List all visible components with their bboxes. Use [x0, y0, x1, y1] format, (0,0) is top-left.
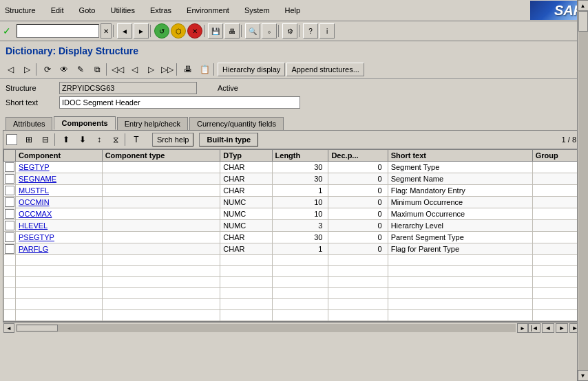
row-checkbox-4[interactable]: [5, 209, 14, 219]
filter-btn[interactable]: ⧖: [108, 132, 123, 147]
component-cell[interactable]: HLEVEL: [16, 220, 103, 232]
scroll-up-btn[interactable]: ▲: [578, 0, 589, 11]
page-title: Dictionary: Display Structure: [6, 45, 138, 56]
dtyp-cell: CHAR: [220, 162, 272, 173]
h-scroll-left-btn[interactable]: ◄: [3, 323, 14, 333]
length-cell: 10: [272, 208, 328, 220]
table-row: PARFLG CHAR 1 0 Flag for Parent Type: [4, 243, 585, 255]
menu-structure[interactable]: Structure: [3, 6, 38, 15]
scroll-thumb[interactable]: [578, 11, 588, 32]
display-btn[interactable]: 👁: [56, 62, 72, 77]
component-type-cell: [102, 208, 220, 220]
next-btn[interactable]: ▷▷: [160, 62, 175, 77]
srch-help-btn[interactable]: Srch help: [152, 133, 193, 146]
select-all-checkbox[interactable]: [6, 134, 17, 145]
nav-btn-3[interactable]: ✕: [187, 23, 202, 39]
tab-attributes[interactable]: Attributes: [6, 117, 52, 130]
tab-currency[interactable]: Currency/quantity fields: [189, 117, 284, 130]
component-cell[interactable]: SEGNAME: [16, 173, 103, 185]
col-header-component: [4, 150, 16, 162]
edit-icon-btn[interactable]: ✎: [73, 62, 88, 77]
nav-prev-btn[interactable]: ◄: [542, 323, 554, 333]
col-header-decp: Dec.p...: [328, 150, 388, 162]
component-cell[interactable]: PARFLG: [16, 243, 103, 255]
row-checkbox-2[interactable]: [5, 186, 14, 195]
shorttext-input[interactable]: [59, 96, 300, 109]
tab-components[interactable]: Components: [54, 116, 115, 130]
short-text-cell: Segment Type: [388, 162, 532, 173]
menu-environment[interactable]: Environment: [185, 6, 231, 15]
component-type-cell: [102, 173, 220, 185]
menu-utilities[interactable]: Utilities: [108, 6, 136, 15]
info-btn[interactable]: i: [319, 23, 335, 39]
save-btn[interactable]: 💾: [208, 23, 223, 39]
dtyp-cell: NUMC: [220, 220, 272, 232]
copy-btn[interactable]: ⧉: [90, 62, 105, 77]
nav-btn-2[interactable]: ⬡: [171, 23, 186, 39]
scroll-down-btn[interactable]: ▼: [578, 370, 589, 381]
prev1-btn[interactable]: ◁: [127, 62, 142, 77]
doc-btn[interactable]: 📋: [197, 62, 212, 77]
table-row: [4, 299, 585, 310]
nav-btn-1[interactable]: ↺: [154, 23, 169, 39]
move-up-btn[interactable]: ⬆: [59, 132, 74, 147]
insert-row-btn[interactable]: ⊞: [21, 132, 36, 147]
short-text-cell: Maximum Occurrence: [388, 208, 532, 220]
component-cell[interactable]: OCCMAX: [16, 208, 103, 220]
prev-btn[interactable]: ◁◁: [110, 62, 125, 77]
nav-next-btn[interactable]: ►: [556, 323, 568, 333]
table-row: OCCMIN NUMC 10 0 Minimum Occurrence: [4, 197, 585, 208]
menu-help[interactable]: Help: [283, 6, 303, 15]
component-type-cell: [102, 162, 220, 173]
move-down-btn[interactable]: ⬇: [75, 132, 90, 147]
row-checkbox-7[interactable]: [5, 244, 14, 254]
refresh-btn[interactable]: ⟳: [40, 62, 55, 77]
hierarchy-display-btn[interactable]: Hierarchy display: [218, 63, 285, 76]
forward-icon-btn[interactable]: ▷: [19, 62, 34, 77]
command-input[interactable]: [17, 24, 99, 38]
components-table: Component Component type DTyp Length Dec…: [3, 149, 585, 321]
settings-btn[interactable]: ⚙: [282, 23, 297, 39]
find-btn[interactable]: 🔍: [245, 23, 260, 39]
row-checkbox-0[interactable]: [5, 162, 14, 172]
decp-cell: 0: [328, 173, 388, 185]
sort-btn[interactable]: ↕: [92, 132, 107, 147]
type-btn[interactable]: T: [129, 132, 144, 147]
row-checkbox-5[interactable]: [5, 221, 14, 230]
append-structures-btn[interactable]: Append structures...: [286, 63, 364, 76]
print-btn[interactable]: 🖶: [224, 23, 240, 39]
length-cell: 30: [272, 162, 328, 173]
tab-entry-help[interactable]: Entry help/check: [117, 117, 188, 130]
builtin-type-btn[interactable]: Built-in type: [199, 133, 258, 146]
next1-btn[interactable]: ▷: [143, 62, 158, 77]
table-row: [4, 277, 585, 288]
help-btn[interactable]: ?: [303, 23, 318, 39]
nav-first-btn[interactable]: |◄: [528, 323, 540, 333]
menu-extras[interactable]: Extras: [148, 6, 174, 15]
delete-row-btn[interactable]: ⊟: [38, 132, 53, 147]
row-checkbox-6[interactable]: [5, 232, 14, 242]
decp-cell: 0: [328, 185, 388, 197]
menu-goto[interactable]: Goto: [77, 6, 98, 15]
menu-edit[interactable]: Edit: [49, 6, 66, 15]
structure-label: Structure: [6, 84, 54, 92]
structure-input[interactable]: [59, 82, 197, 94]
h-scroll-right-btn[interactable]: ►: [517, 323, 528, 333]
component-cell[interactable]: MUSTFL: [16, 185, 103, 197]
forward-btn[interactable]: ►: [134, 23, 149, 39]
row-checkbox-1[interactable]: [5, 174, 14, 184]
print-icon-btn[interactable]: 🖶: [180, 62, 196, 77]
component-cell[interactable]: OCCMIN: [16, 197, 103, 208]
back-btn[interactable]: ◄: [117, 23, 132, 39]
back-icon-btn[interactable]: ◁: [3, 62, 18, 77]
h-scroll-thumb[interactable]: [17, 325, 58, 331]
component-cell[interactable]: PSEGTYP: [16, 232, 103, 243]
menu-system[interactable]: System: [242, 6, 272, 15]
component-cell[interactable]: SEGTYP: [16, 162, 103, 173]
row-checkbox-3[interactable]: [5, 197, 14, 207]
length-cell: 1: [272, 243, 328, 255]
length-cell: 30: [272, 232, 328, 243]
clear-btn[interactable]: ✕: [101, 23, 112, 39]
find-next-btn[interactable]: ⬦: [262, 23, 277, 39]
component-type-cell: [102, 243, 220, 255]
